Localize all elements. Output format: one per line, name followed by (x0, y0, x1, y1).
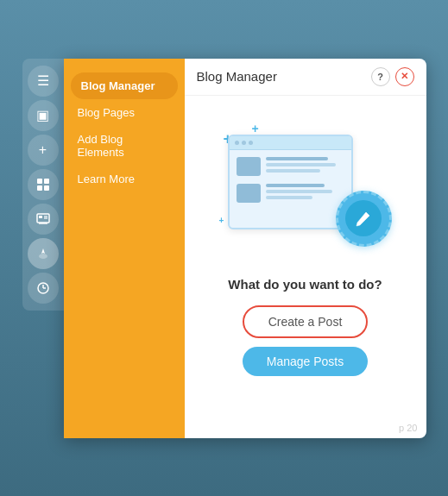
edit-circle (336, 191, 392, 247)
add-icon[interactable]: + (28, 135, 59, 166)
sparkle-1: + (252, 122, 259, 135)
content-header: Blog Manager ? ✕ (185, 59, 426, 96)
schedule-icon[interactable] (28, 273, 59, 304)
action-buttons: Create a Post Manage Posts (185, 305, 426, 402)
illustration-inner: + + + (219, 122, 392, 251)
sidebar-item-blog-pages[interactable]: Blog Pages (64, 99, 185, 126)
app-wrapper: ☰ ▣ + (22, 59, 426, 438)
blog-pen-icon[interactable] (28, 238, 59, 269)
svg-rect-2 (37, 185, 42, 191)
illustration: + + + (185, 96, 426, 268)
media-icon[interactable] (28, 204, 59, 235)
screen-content (230, 150, 351, 210)
question-text: What do you want to do? (185, 268, 426, 305)
content-img-1 (237, 157, 261, 176)
svg-rect-5 (39, 216, 42, 218)
svg-point-9 (39, 254, 47, 259)
svg-rect-1 (44, 179, 49, 184)
sparkle-3: + (219, 216, 224, 225)
header-actions: ? ✕ (371, 67, 414, 86)
blog-screen-mockup (228, 135, 353, 229)
manage-posts-button[interactable]: Manage Posts (243, 347, 369, 376)
main-panel: Blog Manager Blog Pages Add Blog Element… (64, 59, 426, 438)
sidebar: Blog Manager Blog Pages Add Blog Element… (64, 59, 185, 438)
svg-rect-0 (37, 179, 42, 184)
svg-rect-3 (44, 185, 49, 191)
help-button[interactable]: ? (371, 67, 390, 86)
sidebar-item-add-elements[interactable]: Add Blog Elements (64, 126, 185, 166)
bottom-hint: p 20 (399, 423, 417, 433)
left-toolbar: ☰ ▣ + (22, 59, 64, 311)
sidebar-item-learn-more[interactable]: Learn More (64, 166, 185, 192)
apps-icon[interactable] (28, 169, 59, 200)
edit-inner-circle (345, 200, 382, 236)
widgets-icon[interactable]: ▣ (28, 100, 59, 131)
close-button[interactable]: ✕ (395, 67, 414, 86)
create-post-button[interactable]: Create a Post (243, 305, 369, 338)
content-area: Blog Manager ? ✕ + + + (185, 59, 426, 438)
panel-title: Blog Manager (197, 69, 277, 84)
content-img-2 (237, 184, 261, 203)
pages-icon[interactable]: ☰ (28, 66, 59, 97)
screen-header-bar (230, 136, 351, 150)
sidebar-item-blog-manager[interactable]: Blog Manager (71, 72, 178, 99)
